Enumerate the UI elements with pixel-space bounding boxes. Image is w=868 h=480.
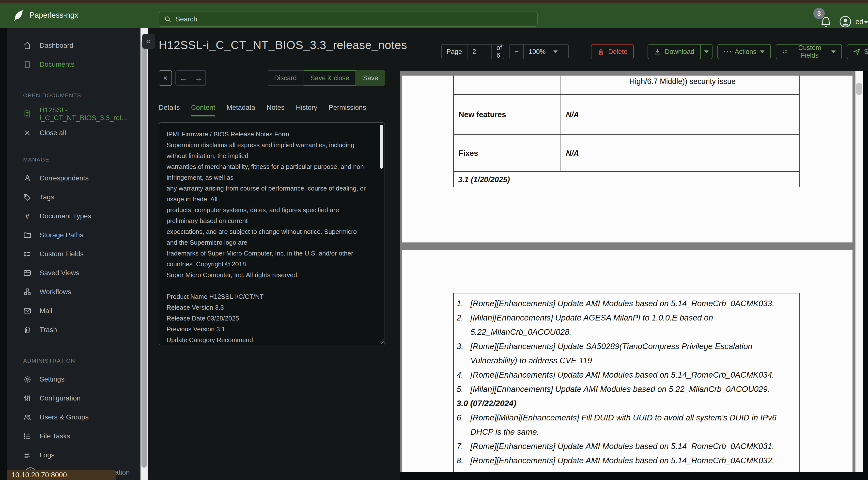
sidebar-item-workflows[interactable]: Workflows [7,282,141,301]
sidebar-scrollbar[interactable] [141,28,148,480]
person-icon [23,174,31,182]
ellipsis-icon [724,51,731,53]
content-editor: IPMI Firmware / BIOS Release Notes Form … [159,122,385,346]
folder-icon [23,231,31,239]
tab-history[interactable]: History [296,103,317,116]
header-divider [159,97,385,97]
preview-scrollbar[interactable] [856,71,863,472]
document-icon [23,60,31,69]
close-document-button[interactable]: × [159,70,172,86]
list-fields-icon [23,250,31,258]
list-fields-icon [782,48,788,55]
search-icon [164,16,172,23]
users-icon [23,413,31,421]
table-cell-label: Fixes [454,135,560,171]
download-button[interactable]: Download [648,44,701,59]
brand-name: Paperless-ngx [30,11,78,20]
tag-icon [23,193,31,201]
document-content-textarea[interactable]: IPMI Firmware / BIOS Release Notes Form … [159,123,384,345]
sidebar-item-correspondents[interactable]: Correspondents [7,169,141,187]
tab-details[interactable]: Details [159,103,180,116]
download-menu-caret[interactable] [701,44,713,59]
discard-button[interactable]: Discard [267,70,304,86]
global-search[interactable] [159,11,537,27]
list-item: 3.[Rome][Enhancements] Update SA50289(Ti… [457,339,799,368]
zoom-in-button[interactable]: + [563,44,569,59]
sidebar-item-storage-paths[interactable]: Storage Paths [7,226,141,244]
sidebar-collapse-button[interactable]: « [142,34,155,49]
sidebar-item-configuration[interactable]: Configuration [7,389,141,408]
app-window: Paperless-ngx 3 ed Dashboard [0,0,868,480]
tab-notes[interactable]: Notes [267,103,284,116]
sidebar-item-dashboard[interactable]: Dashboard [7,36,141,55]
zoom-out-button[interactable]: − [509,44,523,59]
list-item: 6.[Rome][Milan][Enhancements] Fill DUID … [457,411,799,439]
save-button[interactable]: Save [356,70,385,86]
document-detail-pane: « H12SSL-i_C_CT_NT_BIOS_3.3_release_note… [148,28,868,480]
gear-icon [23,375,31,384]
table-cell: High/6.7 Middle)) security issue [560,76,799,94]
search-input[interactable] [176,15,532,23]
actions-button[interactable]: Actions [717,44,771,59]
send-button[interactable]: Send [847,44,868,59]
preview-toolbar: Page of 6 − 100% + Delete Download [441,44,868,59]
user-menu-caret-icon [864,21,868,24]
table-cell-value: N/A [560,95,799,134]
task-list-icon [23,432,31,440]
brand[interactable]: Paperless-ngx [12,9,78,22]
document-tabs: Details Content Metadata Notes History P… [159,103,385,116]
preview-scrollbar-thumb[interactable] [856,83,862,95]
manage-header: MANAGE [7,155,141,165]
table-row: New features N/A [454,95,799,135]
download-icon [654,48,661,55]
sidebar-open-document[interactable]: H12SSL-i_C_CT_NT_BIOS_3.3_rel... [7,104,141,123]
administration-header: ADMINISTRATION [7,356,141,366]
file-text-icon [23,110,31,118]
page-total-label: of 6 [491,44,504,59]
delete-button[interactable]: Delete [591,44,634,59]
avatar-icon[interactable] [839,15,852,28]
download-split-button: Download [648,44,713,59]
hash-icon: # [23,212,31,220]
textarea-scrollbar-thumb[interactable] [380,125,383,169]
sidebar-item-logs[interactable]: Logs [7,446,141,464]
list-item: 9.[Rome][Milan][Enhancements] For UsbBus… [457,468,799,472]
tab-metadata[interactable]: Metadata [226,103,255,116]
previous-document-button[interactable]: ← [176,71,191,85]
home-icon [23,41,31,50]
sidebar-item-documents[interactable]: Documents [7,55,141,74]
custom-fields-button[interactable]: Custom Fields [776,44,842,59]
page-number-field[interactable] [467,44,491,59]
open-documents-header: OPEN DOCUMENTS [7,91,141,100]
sidebar-item-saved-views[interactable]: Saved Views [7,263,141,282]
table-row: Fixes N/A [454,135,799,172]
pdf-preview-viewer[interactable]: High/6.7 Middle)) security issue New fea… [400,71,863,472]
list-item: 4.[Rome][Enhancements] Update AMI Module… [457,368,799,382]
zoom-level-select[interactable]: 100% [523,44,563,59]
window-icon [23,269,31,277]
username[interactable]: ed [856,18,863,26]
save-and-close-button[interactable]: Save & close [304,70,356,86]
sidebar-item-custom-fields[interactable]: Custom Fields [7,244,141,263]
release-notes-table: High/6.7 Middle)) security issue New fea… [453,76,800,187]
document-title: H12SSL-i_C_CT_NT_BIOS_3.3_release_notes [159,38,407,52]
tab-content[interactable]: Content [191,103,215,116]
sidebar-item-mail[interactable]: Mail [7,301,141,320]
sidebar-item-document-types[interactable]: # Document Types [7,207,141,226]
changes-list: 1.[Rome][Enhancements] Update AMI Module… [454,293,799,472]
tab-permissions[interactable]: Permissions [329,103,366,116]
page-number-input[interactable] [472,48,486,56]
sidebar-item-file-tasks[interactable]: File Tasks [7,427,141,446]
next-document-button[interactable]: → [191,71,206,85]
window-left-edge [0,28,7,480]
sidebar-item-settings[interactable]: Settings [7,370,141,389]
sidebar-item-users-groups[interactable]: Users & Groups [7,408,141,427]
navbar: Paperless-ngx 3 ed [0,3,868,28]
sidebar-item-tags[interactable]: Tags [7,187,141,207]
list-item: 8.[Rome][Enhancements] Update AMI Module… [457,453,799,468]
list-item: 2.[Milan][Enhancements] Update AGESA Mil… [457,311,799,339]
sidebar-close-all[interactable]: Close all [7,123,141,142]
sidebar-scrollbar-thumb[interactable] [142,39,147,468]
notification-count-badge: 3 [813,8,825,19]
sidebar-item-trash[interactable]: Trash [7,320,141,339]
